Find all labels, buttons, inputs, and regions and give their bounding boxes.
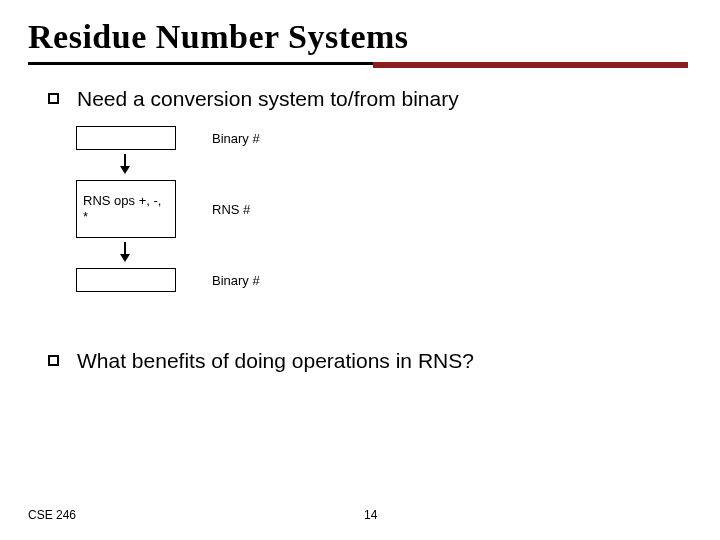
footer-course: CSE 246 xyxy=(28,508,76,522)
title-rule xyxy=(28,62,688,68)
bullet-text-2: What benefits of doing operations in RNS… xyxy=(77,348,474,374)
diagram-box-top xyxy=(76,126,176,150)
diagram-label-top: Binary # xyxy=(212,131,332,146)
bullet-item-2: What benefits of doing operations in RNS… xyxy=(48,348,692,374)
bullet-text-1: Need a conversion system to/from binary xyxy=(77,86,459,112)
diagram-box-ops: RNS ops +, -, * xyxy=(76,180,176,238)
conversion-diagram: Binary # RNS ops +, -, * RNS # Binary # xyxy=(76,126,692,292)
slide-title: Residue Number Systems xyxy=(28,18,692,56)
diagram-box-bottom xyxy=(76,268,176,292)
arrow-down-icon xyxy=(124,154,126,172)
diagram-label-mid: RNS # xyxy=(212,202,332,217)
title-rule-black xyxy=(28,62,373,65)
bullet-item-1: Need a conversion system to/from binary xyxy=(48,86,692,112)
footer: CSE 246 14 xyxy=(28,508,692,522)
bullet-list: Need a conversion system to/from binary xyxy=(28,86,692,112)
square-bullet-icon xyxy=(48,355,59,366)
diagram-label-bottom: Binary # xyxy=(212,273,332,288)
footer-page-number: 14 xyxy=(364,508,377,522)
slide: Residue Number Systems Need a conversion… xyxy=(0,0,720,540)
square-bullet-icon xyxy=(48,93,59,104)
arrow-1-wrap xyxy=(76,158,176,172)
title-rule-maroon xyxy=(373,62,688,68)
arrow-2-wrap xyxy=(76,246,176,260)
bullet-list-2: What benefits of doing operations in RNS… xyxy=(28,348,692,374)
diagram-box-ops-text: RNS ops +, -, * xyxy=(83,193,169,226)
arrow-down-icon xyxy=(124,242,126,260)
